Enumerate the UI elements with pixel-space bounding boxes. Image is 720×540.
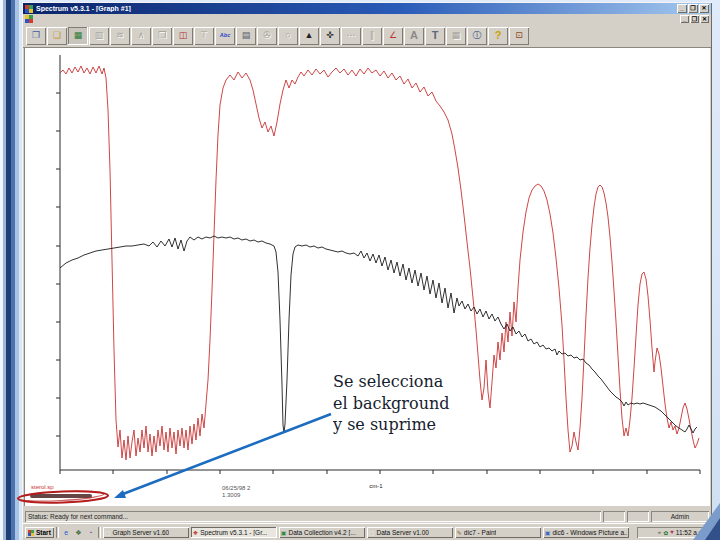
label-a-button[interactable]: A	[404, 27, 424, 45]
quick-launch-media-icon[interactable]: ◔	[85, 529, 96, 537]
graph-close-button[interactable]: ✕	[700, 15, 709, 23]
stamp-date: 06/25/98 2	[222, 485, 250, 492]
annotation-line-1: Se selecciona	[333, 371, 463, 393]
status-panel-1	[603, 511, 625, 522]
task-button-icon: ▣	[545, 529, 551, 536]
quick-launch: e❖◔	[61, 529, 96, 537]
window-restore-button[interactable]: ❐	[688, 4, 698, 13]
taskbar-button-paint[interactable]: ✎ dic7 - Paint	[455, 527, 541, 538]
annotation-text: Se selecciona el background y se suprime	[333, 371, 463, 436]
task-button-icon: ▢	[369, 529, 375, 536]
cursor-button[interactable]: ⋯	[341, 27, 361, 45]
process-button[interactable]: ≋	[110, 27, 130, 45]
format-button[interactable]: ⊤	[194, 27, 214, 45]
help-button[interactable]: ?	[488, 27, 508, 45]
toolbar: ❐❏▦▥≋∧❒◫⊤Abc▤✇○▲✜⋯∥∠AT▦ⓘ?⊡	[23, 24, 711, 48]
window-controls: _❐✕	[677, 4, 709, 13]
system-tray: «✿♥ 11:52 a.m.	[637, 527, 709, 538]
annotation-line-3: y se suprime	[333, 414, 463, 436]
task-button-icon: ▣	[281, 529, 287, 536]
save-button[interactable]: ◫	[173, 27, 193, 45]
graph-minimize-button[interactable]: _	[680, 15, 689, 23]
spectrum-stamp: 06/25/98 2 1.3009	[222, 485, 250, 499]
task-button-icon: ✎	[457, 529, 462, 536]
axes-button[interactable]: ∠	[383, 27, 403, 45]
taskbar-button-graph-server[interactable]: ▢ Graph Server v1.60	[103, 527, 189, 538]
status-user: Admin	[651, 511, 709, 522]
status-panel-2	[627, 511, 649, 522]
taskbar: Start e❖◔ ▢ Graph Server v1.60 ❖ Spectru…	[23, 523, 711, 540]
info-button[interactable]: ⓘ	[467, 27, 487, 45]
taskbar-button-spectrum[interactable]: ❖ Spectrum v5.3.1 - [Gr...	[191, 527, 277, 538]
graph-document-icon	[25, 15, 33, 23]
setup-graph-button[interactable]: ▦	[68, 27, 88, 45]
taskbar-button-data-server[interactable]: ▢ Data Server v1.00	[367, 527, 453, 538]
window-title: Spectrum v5.3.1 - [Graph #1]	[36, 5, 674, 12]
start-button[interactable]: Start	[25, 527, 54, 538]
taskbar-button-picture-viewer[interactable]: ▣ dic6 - Windows Picture a...	[543, 527, 629, 538]
label-t-button[interactable]: T	[425, 27, 445, 45]
status-message: Status: Ready for next command...	[25, 511, 601, 522]
annotation-line-2: el background	[333, 393, 463, 415]
taskbar-button-data-collection[interactable]: ▣ Data Collection v4.2 [...	[279, 527, 365, 538]
window-close-button[interactable]: ✕	[699, 4, 709, 13]
window-minimize-button[interactable]: _	[677, 4, 687, 13]
circled-filename-text	[30, 494, 92, 498]
annotate-button[interactable]: Abc	[215, 27, 235, 45]
task-buttons: ▢ Graph Server v1.60 ❖ Spectrum v5.3.1 -…	[103, 527, 635, 538]
stamp-value: 1.3009	[222, 492, 250, 499]
x-axis-unit-label: cm-1	[356, 483, 396, 489]
quick-launch-ie-icon[interactable]: e	[61, 529, 72, 537]
exit-button[interactable]: ⊡	[509, 27, 529, 45]
title-bar: Spectrum v5.3.1 - [Graph #1] _❐✕	[23, 3, 711, 14]
menu-bar: _❐✕	[23, 14, 711, 24]
new-spectrum-button[interactable]: ❐	[26, 27, 46, 45]
tray-icon-network[interactable]: ✿	[663, 529, 668, 536]
taskbar-divider	[98, 527, 101, 538]
graph-pane	[24, 47, 710, 506]
open-button[interactable]: ❏	[47, 27, 67, 45]
mdi-window-controls: _❐✕	[680, 15, 709, 23]
peak-table-button[interactable]: ∧	[131, 27, 151, 45]
tray-icons: «✿♥	[658, 529, 674, 536]
print-button[interactable]: ▤	[236, 27, 256, 45]
app-window: Spectrum v5.3.1 - [Graph #1] _❐✕ _❐✕ ❐❏▦…	[22, 2, 712, 538]
task-button-icon: ▢	[105, 529, 111, 536]
zoom-button[interactable]: ○	[278, 27, 298, 45]
split-button[interactable]: ∥	[362, 27, 382, 45]
copy-button[interactable]: ❒	[152, 27, 172, 45]
expand-button[interactable]: ✜	[320, 27, 340, 45]
windows-flag-icon	[28, 530, 34, 536]
app-icon	[25, 5, 33, 13]
quick-launch-desktop-icon[interactable]: ❖	[73, 529, 84, 537]
graph-restore-button[interactable]: ❐	[690, 15, 699, 23]
slide-left-decoration	[0, 0, 22, 540]
autoscale-button[interactable]: ▲	[299, 27, 319, 45]
task-button-icon: ❖	[193, 529, 198, 536]
grid-button[interactable]: ▦	[446, 27, 466, 45]
compare-button[interactable]: ▥	[89, 27, 109, 45]
sample-filename-label: sterol.sp	[31, 484, 54, 490]
taskbar-divider	[56, 527, 59, 538]
monitor-button[interactable]: ✇	[257, 27, 277, 45]
taskbar-clock: 11:52 a.m.	[676, 529, 706, 536]
tray-icon-volume[interactable]: «	[658, 529, 661, 536]
tray-icon-antivirus[interactable]: ♥	[670, 529, 674, 536]
